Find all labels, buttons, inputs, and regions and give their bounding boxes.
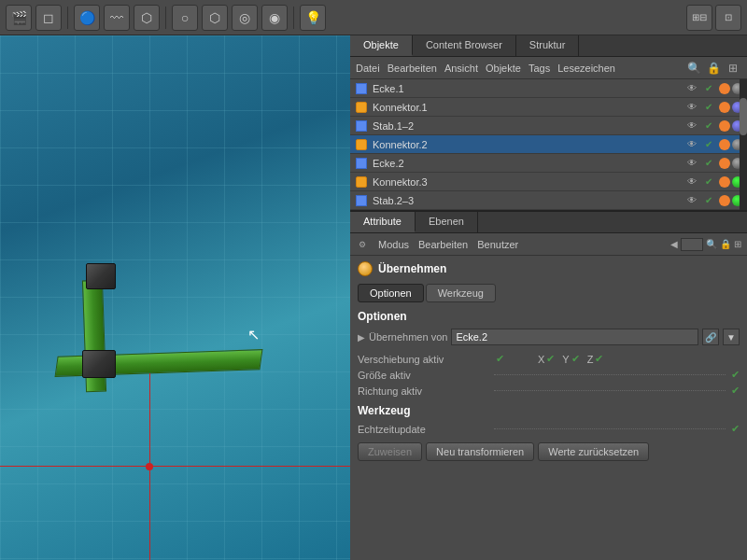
werkzeug-section: Werkzeug Echtzeitupdate ✔ Zuweisen Neu t… xyxy=(358,404,740,461)
search-icon[interactable]: 🔍 xyxy=(685,60,702,77)
obj-icon-konnektor1 xyxy=(354,100,369,115)
menu-bearbeiten[interactable]: Bearbeiten xyxy=(388,63,437,74)
tab-objekte[interactable]: Objekte xyxy=(350,35,413,56)
toolbar-icon-shape2[interactable]: 🔵 xyxy=(74,5,100,31)
menu-ansicht[interactable]: Ansicht xyxy=(444,63,478,74)
ubernehmen-von-btn-link[interactable]: 🔗 xyxy=(702,329,719,345)
z-item: Z ✔ xyxy=(587,353,604,365)
lock-icon-attr[interactable]: 🔒 xyxy=(720,239,731,249)
sub-tab-werkzeug[interactable]: Werkzeug xyxy=(426,284,496,302)
section-werkzeug: Werkzeug xyxy=(358,404,740,417)
obj-name-stab12: Stab.1–2 xyxy=(373,120,682,132)
main-toolbar: 🎬 ◻ 🔵 〰 ⬡ ○ ⬡ ◎ ◉ 💡 ⊞⊟ ⊡ xyxy=(0,0,747,35)
attr-menu-modus[interactable]: Modus xyxy=(378,239,409,250)
x-item: X ✔ xyxy=(538,353,555,365)
obj-row-konnektor2[interactable]: Konnektor.2 👁 ✔ xyxy=(350,135,747,154)
obj-list-scrollbar-thumb[interactable] xyxy=(740,98,747,135)
echtzeit-check: ✔ xyxy=(731,423,740,435)
ubernehmen-icon xyxy=(358,261,373,276)
obj-name-ecke1: Ecke.1 xyxy=(373,83,682,94)
groesse-row: Größe aktiv ✔ xyxy=(358,369,740,381)
obj-list-scrollbar[interactable] xyxy=(740,79,747,210)
toolbar-icon-shape6[interactable]: ⬡ xyxy=(202,5,228,31)
z-label: Z xyxy=(587,354,594,365)
menu-datei[interactable]: Datei xyxy=(356,63,380,74)
toolbar-icon-shape7[interactable]: ◎ xyxy=(232,5,258,31)
obj-check-stab12: ✔ xyxy=(702,119,715,133)
toolbar-icon-grid[interactable]: ⊡ xyxy=(715,5,741,31)
attr-toolbar-icon: ⚙ xyxy=(356,238,369,251)
ubernehmen-von-btn-expand[interactable]: ▼ xyxy=(723,329,740,345)
viewport-3d[interactable]: ↖ xyxy=(0,35,350,560)
richtung-check: ✔ xyxy=(731,385,740,397)
menu-lesezeichen[interactable]: Lesezeichen xyxy=(557,63,615,74)
obj-icon-konnektor3 xyxy=(354,175,369,189)
menu-tags[interactable]: Tags xyxy=(529,63,550,74)
axis-origin xyxy=(146,463,153,470)
obj-check-konnektor2: ✔ xyxy=(702,138,715,151)
obj-row-konnektor3[interactable]: Konnektor.3 👁 ✔ xyxy=(350,173,747,191)
toolbar-icon-snap[interactable]: ⊞⊟ xyxy=(686,5,712,31)
obj-list: Ecke.1 👁 ✔ Konnektor.1 👁 ✔ xyxy=(350,79,747,210)
tab-content-browser[interactable]: Content Browser xyxy=(413,35,516,56)
obj-eye-ecke2[interactable]: 👁 xyxy=(685,157,698,170)
tab-ebenen[interactable]: Ebenen xyxy=(416,212,478,232)
obj-check-ecke2: ✔ xyxy=(702,157,715,170)
toolbar-icon-shape8[interactable]: ◉ xyxy=(261,5,288,31)
echtzeit-label: Echtzeitupdate xyxy=(358,424,488,435)
obj-row-ecke1[interactable]: Ecke.1 👁 ✔ xyxy=(350,79,747,98)
lock-icon[interactable]: 🔒 xyxy=(705,60,722,77)
attr-arrow-left[interactable]: ◀ xyxy=(670,239,678,249)
obj-icon-konnektor2 xyxy=(354,137,369,152)
toolbar-icon-shape3[interactable]: 〰 xyxy=(104,5,130,31)
collapse-arrow[interactable]: ▶ xyxy=(358,332,365,343)
obj-eye-stab23[interactable]: 👁 xyxy=(685,194,698,207)
obj-check-stab23: ✔ xyxy=(702,194,715,207)
toolbar-icon-shape4[interactable]: ⬡ xyxy=(134,5,160,31)
expand-icon-attr[interactable]: ⊞ xyxy=(734,239,741,249)
menu-objekte[interactable]: Objekte xyxy=(486,63,521,74)
main-area: ↖ Objekte Content Browser Struktur Datei… xyxy=(0,35,747,560)
werte-zuruecksetzen-button[interactable]: Werte zurücksetzen xyxy=(538,442,649,461)
tab-struktur[interactable]: Struktur xyxy=(516,35,580,56)
x-label: X xyxy=(538,354,544,365)
neu-transformieren-button[interactable]: Neu transformieren xyxy=(426,442,534,461)
echtzeit-dots xyxy=(494,428,726,429)
z-check: ✔ xyxy=(595,353,603,365)
attr-menu-benutzer[interactable]: Benutzer xyxy=(477,239,518,250)
toolbar-icon-light[interactable]: 💡 xyxy=(300,5,326,31)
obj-eye-stab12[interactable]: 👁 xyxy=(685,119,698,133)
attr-menu-bearbeiten[interactable]: Bearbeiten xyxy=(418,239,468,250)
obj-eye-ecke1[interactable]: 👁 xyxy=(685,82,698,95)
obj-list-toolbar: Datei Bearbeiten Ansicht Objekte Tags Le… xyxy=(350,57,747,79)
richtung-dots xyxy=(494,390,726,391)
obj-row-konnektor1[interactable]: Konnektor.1 👁 ✔ xyxy=(350,98,747,117)
toolbar-icon-film[interactable]: 🎬 xyxy=(6,5,32,31)
obj-eye-konnektor2[interactable]: 👁 xyxy=(685,138,698,151)
obj-toolbar-right-icons: 🔍 🔒 ⊞ xyxy=(685,60,741,77)
sub-tab-optionen[interactable]: Optionen xyxy=(358,284,424,302)
ubernehmen-von-input[interactable] xyxy=(451,329,698,345)
obj-row-ecke2[interactable]: Ecke.2 👁 ✔ xyxy=(350,154,747,173)
verschiebung-check: ✔ xyxy=(496,353,504,365)
toolbar-icon-shape5[interactable]: ○ xyxy=(172,5,198,31)
obj-row-stab12[interactable]: Stab.1–2 👁 ✔ xyxy=(350,117,747,135)
search-icon-attr[interactable]: 🔍 xyxy=(706,239,717,249)
obj-eye-konnektor3[interactable]: 👁 xyxy=(685,175,698,189)
attr-slider[interactable] xyxy=(681,238,703,251)
3d-connector-top xyxy=(86,263,116,289)
zuweisen-button[interactable]: Zuweisen xyxy=(358,442,422,461)
tab-bar-top: Objekte Content Browser Struktur xyxy=(350,35,747,57)
ubernehmen-von-label: Übernehmen von xyxy=(369,331,447,343)
tab-attribute[interactable]: Attribute xyxy=(350,212,416,232)
obj-icon-ecke1 xyxy=(354,81,369,96)
bottom-buttons: Zuweisen Neu transformieren Werte zurück… xyxy=(358,442,740,461)
obj-check-ecke1: ✔ xyxy=(702,82,715,95)
toolbar-icon-shape1[interactable]: ◻ xyxy=(35,5,62,31)
expand-icon[interactable]: ⊞ xyxy=(725,60,741,77)
obj-row-stab23[interactable]: Stab.2–3 👁 ✔ xyxy=(350,191,747,210)
obj-name-konnektor2: Konnektor.2 xyxy=(373,139,682,150)
groesse-dots xyxy=(494,374,726,375)
obj-eye-konnektor1[interactable]: 👁 xyxy=(685,101,698,114)
richtung-label: Richtung aktiv xyxy=(358,385,488,397)
